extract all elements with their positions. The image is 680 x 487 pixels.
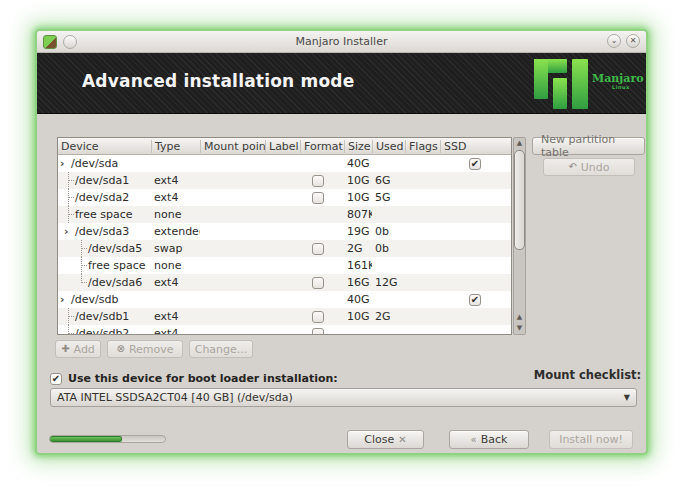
cell-format [300, 192, 344, 204]
selected-device-label: ATA INTEL SSDSA2CT04 [40 GB] (/dev/sda) [57, 391, 624, 404]
format-checkbox[interactable] [312, 192, 324, 204]
column-header-label[interactable]: Label [265, 140, 300, 153]
manjaro-logo: Manjaro Linux [534, 59, 634, 109]
device-name: /dev/sda1 [75, 174, 129, 187]
table-scrollbar[interactable]: ▲ ▲ ▼ [513, 137, 526, 335]
cell-type: none [151, 208, 200, 221]
format-checkbox[interactable] [312, 328, 324, 335]
table-row[interactable]: /dev/sda5swap2G0b [58, 240, 511, 257]
table-row[interactable]: /dev/sda6ext416G12G [58, 274, 511, 291]
cell-ssd: ✔ [440, 294, 511, 306]
bootloader-checkbox[interactable]: ✔ [50, 373, 62, 385]
scrollbar-thumb[interactable] [514, 150, 525, 250]
cell-format [300, 328, 344, 335]
progress-fill [50, 436, 122, 442]
device-name: /dev/sda3 [75, 225, 129, 238]
column-header-format[interactable]: Format [300, 140, 344, 153]
expander-icon[interactable]: › [64, 224, 75, 239]
scroll-up-icon[interactable]: ▲ [517, 312, 522, 323]
cell-device: ›/dev/sda [58, 156, 151, 171]
column-header-type[interactable]: Type [151, 140, 200, 153]
table-row[interactable]: /dev/sda2ext410G5G [58, 189, 511, 206]
add-button[interactable]: ✚ Add [55, 340, 101, 358]
table-row[interactable]: /dev/sda1ext410G6G [58, 172, 511, 189]
ssd-checkbox[interactable]: ✔ [469, 294, 481, 306]
table-row[interactable]: ›/dev/sdb40G✔ [58, 291, 511, 308]
column-header-used[interactable]: Used [372, 140, 405, 153]
logo-sub-wordmark: Linux [612, 84, 630, 90]
cell-ssd: ✔ [440, 158, 511, 170]
table-row[interactable]: ›/dev/sda3extended19G0b [58, 223, 511, 240]
change-label: Change... [195, 343, 248, 356]
close-x-icon: ✕ [398, 435, 406, 445]
new-partition-table-button[interactable]: New partition table [532, 137, 645, 155]
table-header[interactable]: Device Type Mount point Label Format Siz… [58, 138, 511, 155]
install-now-label: Install now! [559, 433, 623, 446]
window-close-button[interactable]: ✕ [626, 34, 640, 48]
column-header-flags[interactable]: Flags [405, 140, 440, 153]
chevron-down-icon: ▼ [624, 393, 630, 402]
cell-device: /dev/sda5 [58, 240, 151, 257]
cell-device: /dev/sdb1 [58, 308, 151, 325]
format-checkbox[interactable] [312, 243, 324, 255]
close-button[interactable]: Close ✕ [347, 430, 424, 449]
ssd-checkbox[interactable]: ✔ [469, 158, 481, 170]
window-titlebar[interactable]: Manjaro Installer ⌄ ✕ [37, 31, 646, 53]
logo-block [534, 59, 548, 99]
expander-icon[interactable]: › [60, 156, 71, 171]
partition-table: Device Type Mount point Label Format Siz… [57, 137, 512, 335]
table-body: ›/dev/sda40G✔/dev/sda1ext410G6G/dev/sda2… [58, 155, 511, 334]
cell-used: 0b [372, 225, 405, 238]
table-row[interactable]: free spacenone807K [58, 206, 511, 223]
bootloader-device-select[interactable]: ATA INTEL SSDSA2CT04 [40 GB] (/dev/sda) … [50, 388, 637, 407]
table-row[interactable]: ›/dev/sda40G✔ [58, 155, 511, 172]
device-name: /dev/sdb1 [75, 310, 129, 323]
cell-size: 10G [344, 310, 372, 323]
back-button[interactable]: « Back [449, 430, 529, 449]
tree-connector [64, 189, 75, 206]
column-header-ssd[interactable]: SSD [440, 140, 511, 153]
cell-used: 12G [372, 276, 405, 289]
device-name: /dev/sda6 [88, 276, 142, 289]
table-row[interactable]: free spacenone161K [58, 257, 511, 274]
back-arrow-icon: « [471, 435, 477, 445]
format-checkbox[interactable] [312, 311, 324, 323]
cell-type: extended [151, 225, 200, 238]
column-header-size[interactable]: Size [344, 140, 372, 153]
remove-button[interactable]: ⊗ Remove [107, 340, 183, 358]
mount-checklist-title: Mount checklist: [525, 368, 650, 382]
device-name: /dev/sda5 [88, 242, 142, 255]
undo-button[interactable]: ↶ Undo [543, 158, 635, 176]
cell-used: 2G [372, 310, 405, 323]
main-content: Device Type Mount point Label Format Siz… [37, 114, 646, 457]
tree-connector [64, 308, 75, 325]
window-shade-button[interactable]: ⌄ [607, 34, 621, 48]
window-menu-button[interactable] [63, 35, 77, 49]
app-icon [43, 35, 57, 49]
cell-type: swap [151, 242, 200, 255]
cell-format [300, 243, 344, 255]
header-banner: Advanced installation mode Manjaro Linux [37, 53, 646, 114]
table-row[interactable]: /dev/sdb1ext410G2G [58, 308, 511, 325]
device-name: /dev/sdb2 [75, 327, 129, 334]
cell-type: ext4 [151, 174, 200, 187]
column-header-device[interactable]: Device [58, 140, 151, 153]
scroll-up-icon[interactable]: ▲ [517, 138, 522, 149]
cell-device: free space [58, 206, 151, 223]
cell-used: 6G [372, 174, 405, 187]
table-row[interactable]: /dev/sdb2ext4 [58, 325, 511, 334]
cell-device: ›/dev/sdb [58, 292, 151, 307]
scroll-down-icon[interactable]: ▼ [517, 323, 522, 334]
cell-size: 161K [344, 259, 372, 272]
format-checkbox[interactable] [312, 175, 324, 187]
install-now-button[interactable]: Install now! [549, 430, 633, 449]
progress-bar [49, 435, 166, 443]
new-partition-table-label: New partition table [541, 133, 636, 159]
column-header-mount-point[interactable]: Mount point [200, 140, 265, 153]
format-checkbox[interactable] [312, 277, 324, 289]
change-button[interactable]: Change... [189, 340, 253, 358]
expander-icon[interactable]: › [60, 292, 71, 307]
device-name: /dev/sda2 [75, 191, 129, 204]
bootloader-checkbox-label[interactable]: Use this device for boot loader installa… [68, 372, 338, 385]
cell-size: 2G [344, 242, 372, 255]
